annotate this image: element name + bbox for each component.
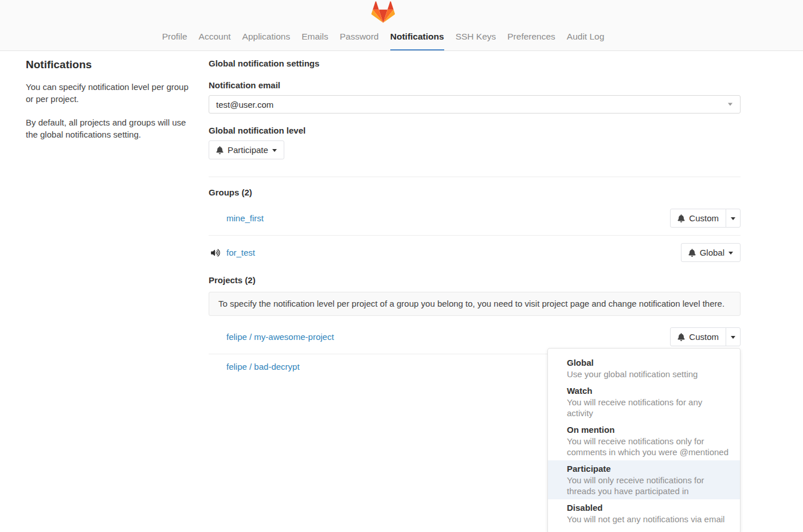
section-divider (209, 177, 741, 177)
tab-account[interactable]: Account (199, 23, 231, 50)
profile-settings-header: Profile Account Applications Emails Pass… (0, 0, 803, 51)
bell-icon (677, 214, 685, 222)
page-title: Notifications (26, 58, 193, 71)
group-row: mine_first Custom (209, 201, 741, 236)
global-level-button[interactable]: Participate (209, 140, 284, 159)
dropdown-item-watch[interactable]: Watch You will receive notifications for… (548, 382, 740, 421)
dropdown-item-on-mention[interactable]: On mention You will receive notification… (548, 421, 740, 460)
tab-preferences[interactable]: Preferences (507, 23, 555, 50)
notifications-sidebar: Notifications You can specify notificati… (26, 58, 209, 379)
dropdown-item-title: Watch (567, 385, 731, 397)
dropdown-item-description: You will not get any notifications via e… (567, 514, 731, 525)
tab-applications[interactable]: Applications (242, 23, 291, 50)
group-level-label: Custom (689, 213, 719, 223)
tab-notifications[interactable]: Notifications (390, 23, 444, 50)
sidebar-description-2: By default, all projects and groups will… (26, 116, 193, 140)
dropdown-item-title: On mention (567, 424, 731, 436)
project-link-bad-decrypt[interactable]: felipe / bad-decrypt (226, 362, 300, 371)
group-level-button-mine-first[interactable]: Custom (670, 209, 726, 228)
group-level-button-for-test[interactable]: Global (681, 243, 741, 262)
settings-nav-tabs: Profile Account Applications Emails Pass… (156, 23, 610, 50)
caret-down-icon (272, 149, 277, 152)
dropdown-item-title: Global (567, 357, 731, 369)
tab-emails[interactable]: Emails (301, 23, 328, 50)
project-link-my-awesome-project[interactable]: felipe / my-awesome-project (226, 332, 334, 342)
notification-email-value: test@user.com (216, 100, 273, 109)
dropdown-item-description: You will only receive notifications for … (567, 475, 731, 496)
notification-email-select[interactable]: test@user.com (209, 95, 741, 114)
bell-icon (677, 333, 685, 341)
dropdown-item-description: You will receive notifications for any a… (567, 397, 731, 418)
caret-down-icon (731, 336, 735, 339)
groups-section-title: Groups (2) (209, 187, 741, 197)
group-level-label: Global (700, 248, 724, 257)
project-level-caret-button[interactable] (726, 327, 741, 346)
dropdown-item-disabled[interactable]: Disabled You will not get any notificati… (548, 499, 740, 527)
sidebar-description-1: You can specify notification level per g… (26, 81, 193, 105)
dropdown-item-description: You will receive notifications only for … (567, 436, 731, 457)
bell-icon (688, 249, 696, 257)
projects-list: felipe / my-awesome-project Custom (209, 320, 741, 379)
project-row: felipe / my-awesome-project Custom (209, 320, 741, 354)
project-level-label: Custom (689, 332, 719, 342)
global-settings-title: Global notification settings (209, 58, 741, 68)
bell-icon (216, 146, 224, 154)
global-level-button-label: Participate (228, 145, 268, 155)
groups-list: mine_first Custom (209, 201, 741, 269)
group-link-mine-first[interactable]: mine_first (226, 213, 264, 223)
global-notification-level-label: Global notification level (209, 126, 741, 135)
caret-down-icon (728, 252, 733, 255)
tab-audit-log[interactable]: Audit Log (567, 23, 605, 50)
caret-down-icon (731, 217, 735, 220)
select-caret-icon (728, 103, 733, 106)
group-row: for_test Global (209, 236, 741, 269)
notification-level-dropdown: Global Use your global notification sett… (547, 348, 741, 532)
volume-up-icon (209, 249, 226, 257)
project-level-button-my-awesome-project[interactable]: Custom (670, 327, 726, 346)
dropdown-item-title: Participate (567, 463, 731, 475)
notification-email-label: Notification email (209, 80, 741, 90)
tab-ssh-keys[interactable]: SSH Keys (456, 23, 496, 50)
projects-notice: To specify the notification level per pr… (209, 292, 741, 316)
projects-section-title: Projects (2) (209, 275, 741, 285)
dropdown-item-participate[interactable]: Participate You will only receive notifi… (548, 460, 740, 499)
dropdown-item-description: Use your global notification setting (567, 369, 731, 380)
dropdown-item-title: Disabled (567, 502, 731, 514)
notification-settings-main: Global notification settings Notificatio… (209, 58, 741, 379)
gitlab-logo-icon[interactable] (371, 1, 395, 23)
group-link-for-test[interactable]: for_test (226, 248, 255, 257)
tab-password[interactable]: Password (340, 23, 379, 50)
group-level-caret-button[interactable] (726, 209, 741, 228)
tab-profile[interactable]: Profile (162, 23, 187, 50)
dropdown-item-global[interactable]: Global Use your global notification sett… (548, 354, 740, 382)
